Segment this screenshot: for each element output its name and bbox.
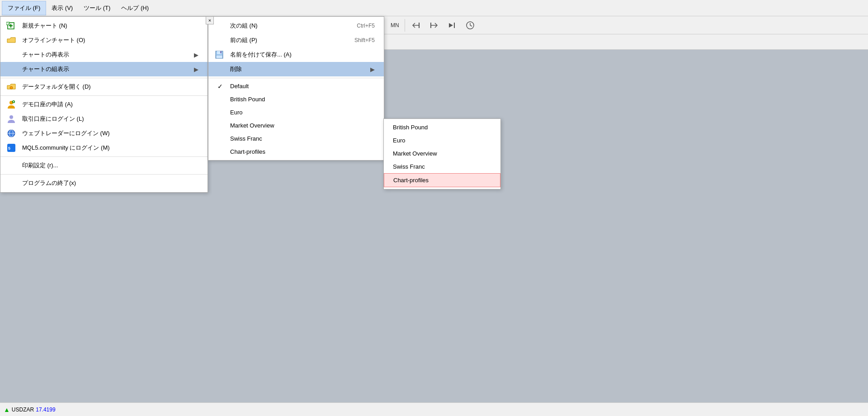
menu-item-default-label: Default	[230, 83, 249, 90]
file-menu: + 新規チャート (N) オフラインチャート (O) チャートの再表示 ▶	[0, 16, 208, 193]
menu-item-demo-account-label: デモ口座の申請 (A)	[22, 100, 73, 109]
menu-item-prev-group-label: 前の組 (P)	[230, 36, 257, 44]
menu-item-market-overview-label: Market Overview	[230, 122, 274, 129]
chart-group-submenu-close[interactable]: ×	[206, 16, 214, 24]
menu-item-demo-account[interactable]: デモ口座の申請 (A)	[0, 97, 208, 112]
menu-item-exit[interactable]: プログラムの終了(x)	[0, 176, 208, 190]
svg-point-56	[10, 86, 13, 89]
menu-item-chart-group[interactable]: チャートの組表示 ▶	[0, 62, 208, 76]
data-folder-icon	[6, 81, 17, 92]
svg-point-61	[9, 115, 13, 119]
menu-item-mql5-label: MQL5.community にログイン (M)	[22, 144, 110, 152]
menu-item-prev-group[interactable]: 前の組 (P) Shift+F5	[208, 33, 384, 47]
menu-item-euro[interactable]: Euro	[208, 106, 384, 119]
menu-item-mql5[interactable]: 5 MQL5.community にログイン (M)	[0, 141, 208, 155]
delete-submenu: British Pound Euro Market Overview Swiss…	[383, 118, 501, 189]
delete-euro-label: Euro	[393, 137, 405, 144]
reopen-arrow-icon: ▶	[194, 52, 198, 58]
menu-item-new-chart-label: 新規チャート (N)	[22, 22, 67, 30]
delete-swiss-franc-label: Swiss Franc	[393, 163, 425, 170]
delete-british-pound-label: British Pound	[393, 124, 428, 131]
separator-2	[0, 95, 208, 96]
menu-item-offline-chart[interactable]: オフラインチャート (O)	[0, 33, 208, 47]
menu-item-next-group[interactable]: 次の組 (N) Ctrl+F5	[208, 19, 384, 33]
delete-market-overview[interactable]: Market Overview	[384, 147, 500, 160]
prev-group-shortcut: Shift+F5	[354, 37, 375, 43]
delete-british-pound[interactable]: British Pound	[384, 121, 500, 134]
menu-item-save-as[interactable]: 名前を付けて保存... (A)	[208, 47, 384, 62]
separator-3	[0, 156, 208, 157]
menu-item-chart-group-label: チャートの組表示	[22, 65, 69, 73]
svg-rect-69	[220, 51, 222, 53]
separator-cg	[208, 78, 384, 78]
menu-item-swiss-franc[interactable]: Swiss Franc	[208, 132, 384, 145]
menu-item-reopen-label: チャートの再表示	[22, 51, 69, 59]
default-checkmark-icon: ✓	[217, 83, 223, 90]
menu-item-delete-label: 削除	[230, 65, 242, 73]
delete-euro[interactable]: Euro	[384, 134, 500, 147]
menu-item-login[interactable]: 取引口座にログイン (L)	[0, 112, 208, 126]
offline-chart-icon	[6, 35, 17, 46]
save-as-icon	[214, 49, 225, 60]
mql5-icon: 5	[6, 142, 17, 153]
menu-item-save-as-label: 名前を付けて保存... (A)	[230, 51, 292, 59]
delete-market-overview-label: Market Overview	[393, 150, 437, 157]
menu-item-chart-profiles[interactable]: Chart-profiles	[208, 145, 384, 158]
main-window: ファイル (F) 表示 (V) ツール (T) ヘルプ (H) 新規注文	[0, 0, 868, 416]
menu-item-exit-label: プログラムの終了(x)	[22, 179, 76, 187]
svg-rect-70	[216, 55, 222, 58]
menu-item-print-setup-label: 印刷設定 (r)...	[22, 161, 58, 170]
delete-arrow-icon: ▶	[370, 66, 375, 73]
web-trader-icon	[6, 128, 17, 139]
demo-account-icon	[6, 99, 17, 110]
next-group-shortcut: Ctrl+F5	[357, 23, 375, 29]
menu-item-delete[interactable]: 削除 ▶	[208, 62, 384, 76]
menu-item-euro-label: Euro	[230, 109, 242, 116]
menu-item-offline-label: オフラインチャート (O)	[22, 36, 85, 44]
menu-item-web-trader-label: ウェブトレーダーにログイン (W)	[22, 129, 110, 137]
separator-4	[0, 174, 208, 175]
menu-item-new-chart[interactable]: + 新規チャート (N)	[0, 19, 208, 33]
menu-item-data-folder[interactable]: データフォルダを開く (D)	[0, 80, 208, 94]
delete-chart-profiles-label: Chart-profiles	[393, 177, 429, 184]
menu-item-chart-profiles-label: Chart-profiles	[230, 148, 265, 155]
menu-item-swiss-franc-label: Swiss Franc	[230, 135, 262, 142]
delete-swiss-franc[interactable]: Swiss Franc	[384, 160, 500, 173]
menu-item-market-overview[interactable]: Market Overview	[208, 119, 384, 132]
svg-text:+: +	[8, 22, 10, 25]
delete-chart-profiles[interactable]: Chart-profiles	[384, 173, 500, 187]
svg-text:5: 5	[8, 146, 10, 151]
menu-item-default[interactable]: ✓ Default	[208, 80, 384, 93]
menu-item-data-folder-label: データフォルダを開く (D)	[22, 83, 91, 91]
login-icon	[6, 113, 17, 124]
menu-item-login-label: 取引口座にログイン (L)	[22, 115, 84, 123]
separator-1	[0, 78, 208, 78]
new-chart-icon: +	[6, 20, 17, 31]
chart-group-submenu: 次の組 (N) Ctrl+F5 前の組 (P) Shift+F5	[208, 16, 384, 161]
menu-item-british-pound-label: British Pound	[230, 96, 265, 103]
menu-item-reopen[interactable]: チャートの再表示 ▶	[0, 47, 208, 62]
menu-item-print-setup[interactable]: 印刷設定 (r)...	[0, 158, 208, 173]
menu-item-next-group-label: 次の組 (N)	[230, 22, 258, 30]
menu-item-web-trader[interactable]: ウェブトレーダーにログイン (W)	[0, 126, 208, 141]
dropdown-overlay: + 新規チャート (N) オフラインチャート (O) チャートの再表示 ▶	[0, 0, 868, 416]
chart-group-arrow-icon: ▶	[194, 66, 198, 73]
menu-item-british-pound[interactable]: British Pound	[208, 93, 384, 106]
